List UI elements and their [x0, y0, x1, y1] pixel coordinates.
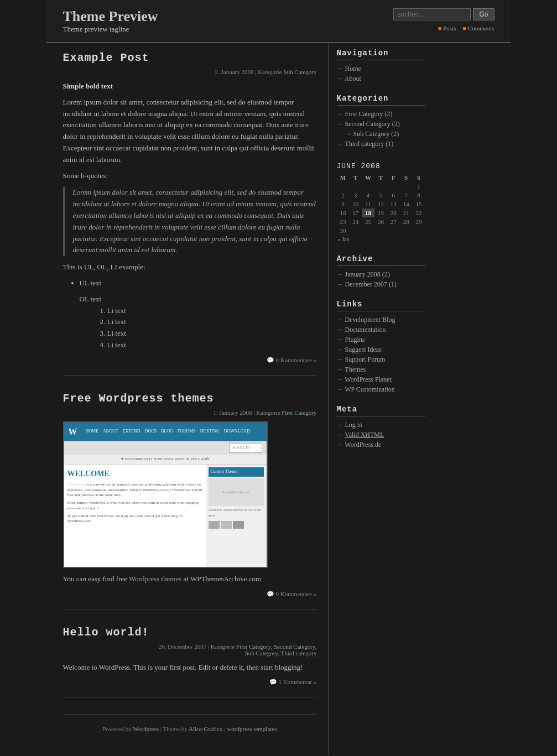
meta-item-2: WordPress.de [337, 441, 425, 449]
meta-link-0[interactable]: Log in [345, 421, 363, 429]
ol-parent: OL text Li text Li text Li text Li text [80, 294, 317, 351]
calendar-table: JUNE 2008 M T W T F S S [337, 159, 425, 243]
post-category-link-2[interactable]: First Category [282, 409, 316, 416]
cal-nav-row: « Jan [337, 235, 425, 243]
sidebar-calendar: JUNE 2008 M T W T F S S [337, 159, 425, 243]
post-category-link-3c[interactable]: Sub Category [245, 650, 278, 656]
link-5[interactable]: Themes [345, 366, 366, 373]
comments-link-1[interactable]: 0 Kommentare » [276, 357, 317, 363]
post-meta-wordpress: 1. January 2008 | Kategorie First Catego… [63, 409, 317, 416]
meta-list: Log in Valid XHTML WordPress.de [337, 421, 425, 449]
feed-row: ■ Posts ■ Comments [438, 25, 494, 32]
link-1[interactable]: Documentation [345, 326, 386, 333]
nav-link-home[interactable]: Home [345, 65, 361, 72]
links-list: Development Blog Documentation Plugins S… [337, 316, 425, 394]
rss-icon-2: ■ [462, 25, 466, 32]
cal-prev-link[interactable]: « Jan [338, 236, 350, 242]
cal-header-s2: S [413, 173, 425, 182]
post-footer-example: 💬 0 Kommentare » [63, 357, 317, 364]
meta-title: Meta [337, 405, 425, 416]
sidebar: Navigation Home About Kategorien First C… [329, 43, 434, 754]
post-title-link-wordpress[interactable]: Free Wordpress themes [63, 392, 214, 405]
cal-header-t1: T [349, 173, 362, 182]
templates-link[interactable]: wordpress templates [227, 726, 277, 732]
archive-link-0[interactable]: January 2008 (2) [345, 270, 390, 278]
main-content: Example Post 2. January 2008 | Kategorie… [46, 43, 329, 754]
post-category-link-3d[interactable]: Third category [280, 650, 316, 656]
kat-link-3[interactable]: Third category (1) [345, 140, 393, 148]
main-sidebar-wrapper: Example Post 2. January 2008 | Kategorie… [46, 43, 511, 754]
post-title-link-example[interactable]: Example Post [63, 51, 149, 64]
post-hello: Hello world! 26. December 2007 | Kategor… [63, 626, 317, 698]
simple-bold-heading: Simple bold text [63, 82, 113, 90]
post-footer-hello: 💬 1 Kommentar » [63, 679, 317, 686]
wordpress-link[interactable]: Wordpress [133, 726, 159, 732]
comment-icon-3: 💬 [269, 679, 277, 685]
cal-row-2: 2345678 [337, 191, 425, 200]
kategorien-title: Kategorien [337, 94, 425, 106]
post-title-example: Example Post [63, 51, 317, 64]
comments-link-2[interactable]: 0 Kommentare » [276, 591, 317, 597]
search-button[interactable]: Go [473, 8, 494, 20]
link-item-1: Documentation [337, 326, 425, 334]
comments-link-3[interactable]: 1 Kommentar » [278, 679, 316, 685]
alice-link[interactable]: Alice-Grafixx [189, 726, 223, 732]
link-item-6: WordPress Planet [337, 376, 425, 384]
link-item-0: Development Blog [337, 316, 425, 324]
post-paragraph1: Lorem ipsum dolor sit amet, consectetur … [63, 97, 317, 166]
kat-link-0[interactable]: First Category (2) [345, 110, 393, 118]
archive-list: January 2008 (2) December 2007 (1) [337, 270, 425, 289]
post-category-link-3b[interactable]: Second Category [274, 643, 315, 650]
post-content-wordpress: W HOMEABOUTEXTENDDOCSBLOGFORUMSHOSTINGDO… [63, 421, 317, 585]
post-title-hello: Hello world! [63, 626, 317, 639]
post-category-link-3a[interactable]: First Category [236, 643, 271, 650]
cal-header-t2: T [374, 173, 387, 182]
link-3[interactable]: Suggest Ideas [345, 346, 382, 353]
b-quotes-label: Some b-quotes: [63, 170, 317, 182]
archive-link-1[interactable]: December 2007 (1) [345, 280, 397, 288]
link-7[interactable]: WP Customization [345, 385, 395, 393]
cal-header-m: M [337, 173, 350, 182]
link-item-7: WP Customization [337, 385, 425, 394]
rss-icon: ■ [438, 25, 442, 32]
post-meta-hello: 26. December 2007 | Kategorie First Cate… [63, 643, 317, 656]
link-2[interactable]: Plugins [345, 336, 365, 343]
archive-title: Archive [337, 254, 425, 266]
kategorien-list: First Category (2) Second Category (2) S… [337, 110, 425, 148]
header-search-block: Go ■ Posts ■ Comments [393, 8, 494, 32]
meta-link-1[interactable]: Valid XHTML [345, 431, 384, 439]
li-item-3: Li text [107, 328, 317, 340]
cal-header-f: F [387, 173, 400, 182]
kat-link-2[interactable]: Sub Category (2) [353, 130, 399, 138]
search-input[interactable] [393, 8, 471, 20]
wordpress-themes-link[interactable]: Wordpress themes [129, 575, 181, 583]
link-item-2: Plugins [337, 336, 425, 344]
sidebar-archive: Archive January 2008 (2) December 2007 (… [337, 254, 425, 289]
kat-item-3: Third category (1) [337, 140, 425, 148]
post-wordpress: Free Wordpress themes 1. January 2008 | … [63, 392, 317, 609]
post-title-link-hello[interactable]: Hello world! [63, 626, 149, 639]
ul-item: UL text [80, 278, 317, 289]
nav-link-about[interactable]: About [345, 75, 361, 82]
comment-icon-2: 💬 [267, 591, 274, 597]
header: Theme Preview Theme preview tagline Go ■… [46, 0, 511, 43]
comments-feed-link[interactable]: ■ Comments [462, 25, 494, 32]
posts-feed-link[interactable]: ■ Posts [438, 25, 456, 32]
link-6[interactable]: WordPress Planet [345, 376, 392, 383]
link-item-4: Support Forum [337, 356, 425, 364]
post-example: Example Post 2. January 2008 | Kategorie… [63, 51, 317, 376]
sidebar-links: Links Development Blog Documentation Plu… [337, 300, 425, 394]
meta-link-2[interactable]: WordPress.de [345, 441, 381, 449]
comment-icon-1: 💬 [267, 357, 274, 363]
nav-item-home: Home [337, 65, 425, 73]
link-0[interactable]: Development Blog [345, 316, 395, 324]
cal-header-s1: S [400, 173, 413, 182]
post-category-link[interactable]: Sub Category [283, 69, 316, 75]
kat-link-1[interactable]: Second Category (2) [345, 120, 400, 128]
link-4[interactable]: Support Forum [345, 356, 386, 363]
links-title: Links [337, 300, 425, 311]
kat-item-2: Sub Category (2) [345, 130, 425, 138]
cal-header-w: W [362, 173, 374, 182]
kat-item-0: First Category (2) [337, 110, 425, 118]
meta-item-0: Log in [337, 421, 425, 429]
